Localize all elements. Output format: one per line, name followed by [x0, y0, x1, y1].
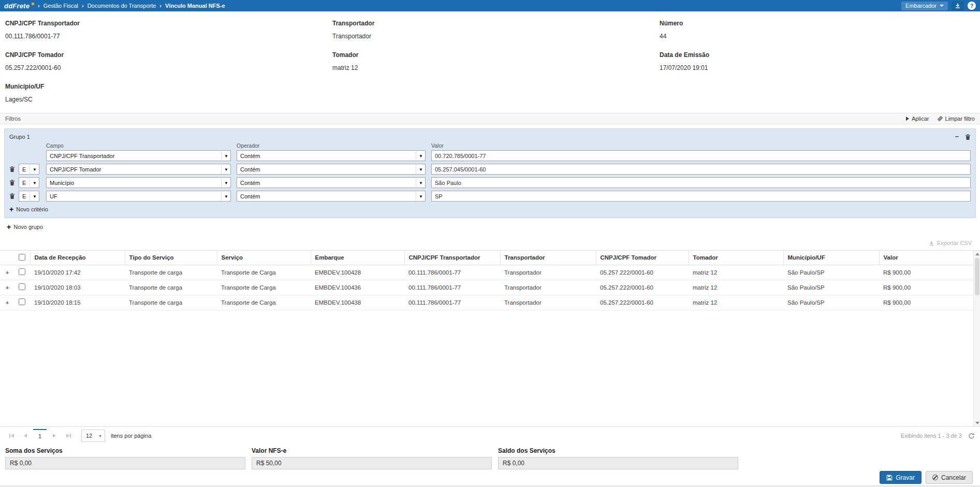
table-row[interactable]: + 19/10/2020 18:03 Transporte de carga T…	[0, 280, 973, 295]
download-icon	[929, 240, 934, 246]
row-checkbox[interactable]	[19, 268, 25, 275]
connector-value: E	[22, 166, 26, 173]
scrollbar-thumb[interactable]	[975, 258, 979, 295]
row-checkbox[interactable]	[19, 298, 25, 305]
embarcador-dropdown[interactable]: Embarcador	[901, 2, 948, 10]
save-label: Gravar	[896, 474, 915, 481]
column-header-embarque[interactable]: Embarque	[311, 251, 404, 265]
trash-icon	[9, 179, 15, 186]
cell-cnpj-transportador: 00.111.786/0001-77	[404, 265, 500, 280]
filter-value-input[interactable]	[431, 177, 971, 188]
connector-select[interactable]: E	[19, 177, 39, 188]
vertical-scrollbar[interactable]	[973, 251, 980, 426]
field-value: Lages/SC	[5, 96, 332, 103]
column-header-tomador[interactable]: Tomador	[689, 251, 783, 265]
filter-value-input[interactable]	[431, 164, 971, 175]
delete-group-button[interactable]	[965, 134, 971, 140]
column-header-cnpj-transportador[interactable]: CNPJ/CPF Transportador	[404, 251, 500, 265]
field-value: 00.111.786/0001-77	[5, 33, 332, 40]
export-csv-button[interactable]: Exportar CSV	[937, 240, 972, 246]
filter-value-input[interactable]	[431, 191, 971, 202]
filter-operator-select[interactable]: Contém	[237, 191, 426, 202]
cancel-button[interactable]: Cancelar	[926, 471, 973, 484]
table-header-row: Data de Recepção Tipo do Serviço Serviço…	[0, 251, 973, 265]
help-button[interactable]: ?	[968, 2, 976, 10]
save-button[interactable]: Gravar	[880, 471, 922, 484]
soma-servicos-input	[5, 457, 245, 469]
column-header-municipio-uf[interactable]: Município/UF	[783, 251, 879, 265]
delete-criterion-button[interactable]	[9, 179, 15, 186]
filter-operator-select[interactable]: Contém	[237, 177, 426, 188]
field-value: Transportador	[332, 33, 660, 40]
breadcrumb-item-gestao-fiscal[interactable]: Gestão Fiscal	[34, 3, 78, 9]
delete-criterion-button[interactable]	[9, 166, 15, 173]
filter-group-header: Grupo 1 −	[9, 131, 971, 142]
delete-criterion-button[interactable]	[9, 193, 15, 199]
connector-select[interactable]: E	[19, 191, 39, 202]
new-group-button[interactable]: + Novo grupo	[7, 224, 976, 230]
top-navigation-bar: ddFrete Gestão Fiscal Documentos do Tran…	[0, 0, 980, 11]
scroll-down-icon[interactable]	[975, 422, 979, 424]
filter-field-select[interactable]: UF	[46, 191, 231, 202]
cell-cnpj-transportador: 00.111.786/0001-77	[404, 295, 500, 310]
app-logo[interactable]: ddFrete	[4, 2, 34, 10]
apply-filter-button[interactable]: Aplicar	[906, 116, 929, 122]
select-all-header	[14, 251, 30, 265]
scroll-up-icon[interactable]	[975, 253, 979, 255]
expand-row-icon[interactable]: +	[0, 295, 14, 310]
table-row[interactable]: + 19/10/2020 17:42 Transporte de carga T…	[0, 265, 973, 280]
breadcrumb: Gestão Fiscal Documentos do Transporte V…	[34, 3, 225, 9]
download-button[interactable]	[952, 1, 964, 10]
column-header-data-recepcao[interactable]: Data de Recepção	[30, 251, 125, 265]
breadcrumb-item-documentos-transporte[interactable]: Documentos do Transporte	[78, 3, 156, 9]
filter-field-select[interactable]: CNPJ/CPF Tomador	[46, 164, 231, 175]
collapse-group-icon[interactable]: −	[955, 134, 959, 139]
previous-page-button[interactable]	[19, 429, 32, 442]
filter-field-select[interactable]: Município	[46, 177, 231, 188]
filter-value-input[interactable]	[431, 150, 971, 161]
filter-operator-value: Contém	[240, 193, 260, 199]
next-page-button[interactable]	[48, 429, 61, 442]
column-header-tipo-servico[interactable]: Tipo do Serviço	[125, 251, 217, 265]
table-row[interactable]: + 19/10/2020 18:15 Transporte de carga T…	[0, 295, 973, 310]
select-all-checkbox[interactable]	[19, 254, 25, 261]
form-actions: Gravar Cancelar	[0, 469, 980, 485]
column-header-servico[interactable]: Serviço	[217, 251, 311, 265]
page-size-select[interactable]: 12	[81, 429, 105, 442]
column-header-valor[interactable]: Valor	[879, 251, 973, 265]
connector-select[interactable]: E	[19, 164, 39, 175]
totals-section: Soma dos Serviços Valor NFS-e Saldo dos …	[0, 445, 980, 469]
filter-field-select[interactable]: CNPJ/CPF Transportador	[46, 150, 231, 161]
pager-status: Exibindo itens 1 - 3 de 3	[901, 433, 962, 439]
apply-filter-label: Aplicar	[912, 116, 929, 122]
clear-filter-button[interactable]: Limpar filtro	[938, 116, 975, 122]
new-criterion-button[interactable]: + Novo critério	[9, 206, 971, 212]
items-per-page-label: itens por página	[111, 433, 151, 439]
field-label: Município/UF	[5, 83, 332, 90]
expand-row-icon[interactable]: +	[0, 280, 14, 295]
row-checkbox[interactable]	[19, 283, 25, 290]
cell-data-recepcao: 19/10/2020 17:42	[30, 265, 125, 280]
current-page-button[interactable]: 1	[33, 429, 47, 442]
trash-icon	[9, 166, 15, 173]
filter-operator-select[interactable]: Contém	[237, 164, 426, 175]
refresh-button[interactable]	[968, 433, 975, 439]
play-icon	[906, 117, 909, 121]
campo-column-label: Campo	[46, 142, 231, 149]
column-header-transportador[interactable]: Transportador	[500, 251, 596, 265]
column-header-cnpj-tomador[interactable]: CNPJ/CPF Tomador	[596, 251, 689, 265]
cell-municipio-uf: São Paulo/SP	[783, 280, 879, 295]
connector-value: E	[22, 193, 26, 199]
filter-operator-select[interactable]: Contém	[237, 150, 426, 161]
help-icon: ?	[970, 3, 974, 9]
connector-value: E	[22, 180, 26, 186]
total-label: Soma dos Serviços	[5, 447, 245, 454]
expand-row-icon[interactable]: +	[0, 265, 14, 280]
first-page-button[interactable]	[5, 429, 18, 442]
last-page-button[interactable]	[62, 429, 75, 442]
filters-body: Grupo 1 − Campo Operador Valor CNPJ/CPF …	[0, 124, 980, 236]
filter-field-value: Município	[50, 180, 74, 186]
total-soma-servicos: Soma dos Serviços	[5, 447, 245, 469]
filter-field-value: CNPJ/CPF Transportador	[50, 153, 114, 159]
operador-column-label: Operador	[237, 142, 426, 149]
